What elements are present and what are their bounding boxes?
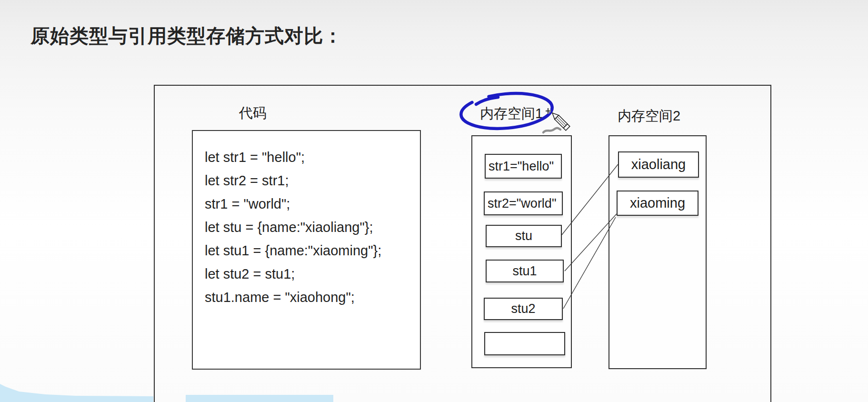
memory-space-2-label: 内存空间2 bbox=[618, 107, 680, 126]
code-line: let str1 = "hello"; bbox=[205, 146, 420, 169]
memory1-cell-str1: str1="hello" bbox=[485, 154, 562, 179]
code-line: let stu = {name:"xiaoliang"}; bbox=[205, 216, 420, 239]
code-line: let stu2 = stu1; bbox=[205, 262, 420, 286]
page-title: 原始类型与引用类型存储方式对比： bbox=[30, 23, 343, 49]
code-panel-label: 代码 bbox=[239, 104, 267, 123]
bottom-highlight-left bbox=[0, 384, 153, 402]
memory-space-1-label: 内存空间1 bbox=[480, 104, 543, 123]
memory1-cell-str2: str2="world" bbox=[484, 191, 563, 215]
code-line: let str2 = str1; bbox=[205, 169, 420, 192]
memory1-cell-stu1: stu1 bbox=[486, 260, 564, 282]
code-line: stu1.name = "xiaohong"; bbox=[205, 286, 420, 309]
code-line: str1 = "world"; bbox=[205, 192, 420, 216]
memory2-cell-xiaoming: xiaoming bbox=[617, 191, 698, 216]
memory1-cell-empty bbox=[484, 332, 565, 355]
code-panel: let str1 = "hello"; let str2 = str1; str… bbox=[192, 130, 421, 370]
code-line: let stu1 = {name:"xiaoming"}; bbox=[205, 239, 420, 262]
memory1-cell-stu: stu bbox=[486, 225, 562, 247]
memory1-cell-stu2: stu2 bbox=[484, 298, 563, 320]
slide-canvas: 原始类型与引用类型存储方式对比： 代码 内存空间1 内存空间2 let str1… bbox=[0, 0, 868, 402]
memory2-cell-xiaoliang: xiaoliang bbox=[618, 151, 699, 178]
